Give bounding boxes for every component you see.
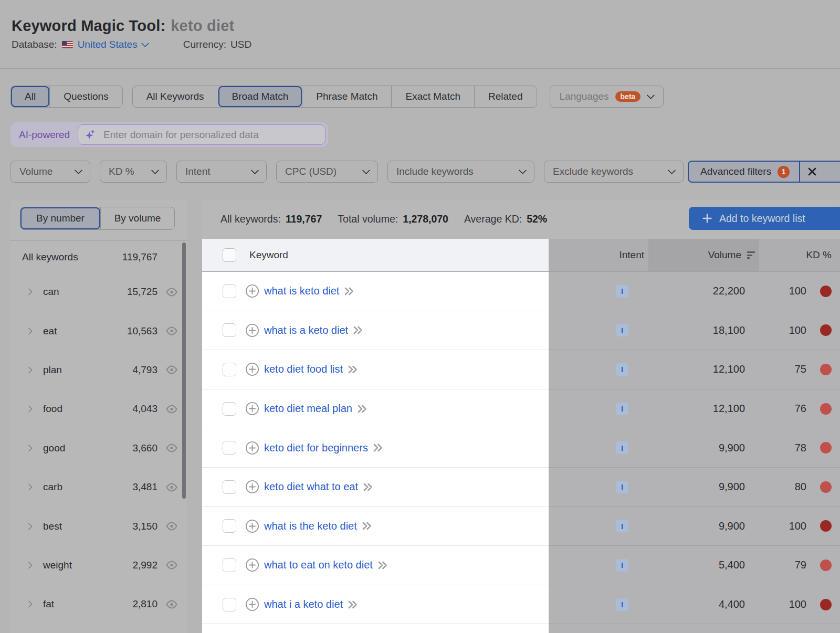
clear-filters-icon[interactable] [807,166,817,177]
filter-dropdown[interactable]: Include keywords [387,161,534,183]
row-checkbox[interactable] [223,323,236,337]
open-keyword-icon[interactable] [344,287,354,296]
intent-badge[interactable]: I [616,285,628,298]
domain-input[interactable] [102,129,319,141]
add-to-keyword-list-button[interactable]: Add to keyword list [689,207,840,230]
group-label: eat [43,325,57,337]
row-checkbox[interactable] [223,480,236,494]
eye-icon[interactable] [165,561,178,569]
column-header-volume[interactable]: Volume [708,249,741,261]
keyword-group-item[interactable]: food 4,043 [10,389,187,428]
add-keyword-icon[interactable] [245,323,259,337]
languages-dropdown[interactable]: Languages beta [550,86,664,108]
keyword-link[interactable]: what i a keto diet [264,598,343,610]
group-count: 10,563 [127,325,158,337]
chevron-down-icon [519,166,527,175]
intent-badge[interactable]: I [616,363,628,376]
keyword-link[interactable]: what is a keto diet [264,324,348,336]
tab[interactable]: Phrase Match [302,86,391,107]
row-checkbox[interactable] [223,402,236,416]
intent-badge[interactable]: I [616,441,628,454]
keyword-group-item[interactable]: good 3,660 [10,429,187,468]
eye-icon[interactable] [165,326,178,335]
keyword-group-item[interactable]: best 3,150 [10,507,187,545]
tab[interactable]: Questions [49,86,122,107]
open-keyword-icon[interactable] [348,600,358,609]
open-keyword-icon[interactable] [373,444,383,452]
filter-dropdown[interactable]: Intent [176,161,267,183]
add-keyword-icon[interactable] [245,441,259,455]
eye-icon[interactable] [165,365,178,374]
filter-dropdown[interactable]: CPC (USD) [276,161,378,183]
add-keyword-icon[interactable] [245,558,259,572]
open-keyword-icon[interactable] [363,483,373,491]
keyword-group-item[interactable]: plan 4,793 [10,351,187,389]
intent-badge[interactable]: I [616,481,628,493]
keyword-link[interactable]: what is the keto diet [264,520,357,532]
column-header-intent[interactable]: Intent [619,249,644,261]
intent-badge[interactable]: I [616,598,628,611]
intent-badge[interactable]: I [616,403,628,415]
chevron-right-icon [25,366,33,374]
add-keyword-icon[interactable] [245,402,259,416]
intent-badge[interactable]: I [616,324,628,336]
eye-icon[interactable] [165,483,178,492]
chevron-right-icon [25,483,33,491]
select-all-checkbox[interactable] [223,248,236,262]
filter-dropdown[interactable]: KD % [100,161,167,183]
keyword-group-item[interactable]: eat 10,563 [10,311,187,350]
open-keyword-icon[interactable] [362,522,372,530]
eye-icon[interactable] [165,288,178,297]
database-selector[interactable]: United States [62,39,148,50]
sort-descending-icon[interactable] [747,251,755,259]
sort-toggle-tab[interactable]: By volume [100,207,174,229]
eye-icon[interactable] [165,444,178,452]
eye-icon[interactable] [165,405,178,414]
keyword-group-item[interactable]: fat 2,810 [10,585,187,624]
column-header-kd[interactable]: KD % [806,249,832,261]
row-checkbox[interactable] [223,558,236,572]
sort-toggle-tab[interactable]: By number [20,207,100,229]
sidebar-item-all-keywords[interactable]: All keywords 119,767 [10,244,187,271]
query-text: keto diet [171,17,234,34]
sidebar-scrollbar[interactable] [182,242,186,499]
add-keyword-icon[interactable] [245,519,259,533]
row-checkbox[interactable] [223,363,236,376]
add-keyword-icon[interactable] [245,284,259,298]
keyword-link[interactable]: what is keto diet [264,285,339,297]
tab[interactable]: All [11,86,49,107]
add-keyword-icon[interactable] [245,362,259,376]
keyword-group-item[interactable]: can 15,725 [10,272,187,311]
open-keyword-icon[interactable] [348,365,358,374]
keyword-group-item[interactable]: weight 2,992 [10,546,187,585]
keyword-link[interactable]: keto diet food list [264,363,343,375]
keyword-link[interactable]: keto diet what to eat [264,481,358,493]
intent-badge[interactable]: I [616,559,628,572]
filter-dropdown[interactable]: Exclude keywords [544,161,684,183]
advanced-filters-button[interactable]: Advanced filters 1 [688,161,840,183]
tab[interactable]: All Keywords [133,86,218,107]
keyword-link[interactable]: keto diet meal plan [264,403,352,415]
filter-dropdown[interactable]: Volume [10,161,90,183]
keyword-group-item[interactable]: carb 3,481 [10,468,187,507]
open-keyword-icon[interactable] [353,326,363,334]
tab[interactable]: Broad Match [218,86,302,107]
tab[interactable]: Related [474,86,537,107]
row-checkbox[interactable] [223,284,236,298]
row-checkbox[interactable] [223,598,236,611]
keyword-link[interactable]: keto diet for beginners [264,442,368,454]
open-keyword-icon[interactable] [357,405,368,413]
add-keyword-icon[interactable] [245,480,259,494]
tab[interactable]: Exact Match [391,86,474,107]
open-keyword-icon[interactable] [377,561,388,569]
add-keyword-icon[interactable] [245,597,259,611]
row-checkbox[interactable] [223,441,236,455]
eye-icon[interactable] [165,522,178,531]
chevron-down-icon [75,166,83,175]
keyword-link[interactable]: what to eat on keto diet [264,559,373,571]
column-header-keyword[interactable]: Keyword [249,249,288,261]
kd-indicator [820,403,832,415]
row-checkbox[interactable] [223,519,236,533]
eye-icon[interactable] [165,600,178,609]
intent-badge[interactable]: I [616,520,628,532]
